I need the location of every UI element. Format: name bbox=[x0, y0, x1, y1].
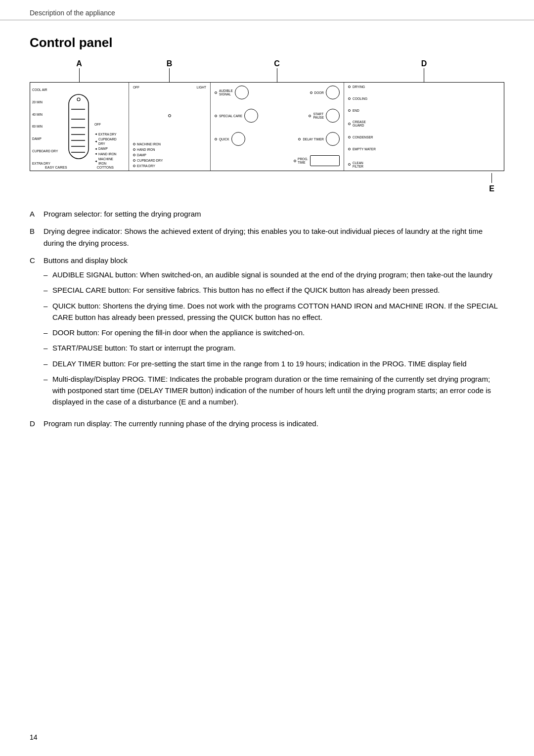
section-d-indicators: DRYING COOLING END CREASEGUARD CONDENSER… bbox=[344, 83, 504, 171]
start-pause-button[interactable] bbox=[326, 109, 340, 123]
c-sub-delay-timer-text: DELAY TIMER button: For pre-setting the … bbox=[52, 358, 467, 369]
page-header: Description of the appliance bbox=[0, 0, 534, 20]
door-button[interactable] bbox=[326, 86, 340, 99]
machine-iron-ind: MACHINE IRON bbox=[133, 142, 206, 146]
prog-time-label: PROG.TIME bbox=[298, 157, 308, 164]
c-sub-start-pause: – START/PAUSE button: To start or interr… bbox=[44, 342, 504, 354]
prog-hand-iron-r: ◄HAND IRON bbox=[94, 152, 127, 156]
col-label-d: D bbox=[421, 59, 427, 68]
desc-item-b: B Drying degree indicator: Shows the ach… bbox=[30, 225, 504, 249]
desc-letter-c: C bbox=[30, 255, 39, 412]
c-sub-list: – AUDIBLE SIGNAL button: When switched-o… bbox=[44, 269, 504, 408]
special-care-led bbox=[215, 115, 217, 117]
section-c-buttons: AUDIBLESIGNAL DOOR SPECIAL bbox=[211, 83, 344, 171]
prog-60min: 60 MIN bbox=[32, 124, 63, 129]
c-sub-audible: – AUDIBLE SIGNAL button: When switched-o… bbox=[44, 269, 504, 280]
condenser-label: CONDENSER bbox=[353, 135, 373, 139]
desc-letter-b: B bbox=[30, 225, 39, 249]
c-sub-special-care: – SPECIAL CARE button: For sensitive fab… bbox=[44, 284, 504, 296]
header-text: Description of the appliance bbox=[30, 9, 115, 17]
c-sub-audible-text: AUDIBLE SIGNAL button: When switched-on,… bbox=[52, 269, 492, 280]
quick-led bbox=[215, 138, 217, 140]
col-label-a: A bbox=[76, 59, 82, 68]
delay-timer-button[interactable] bbox=[326, 132, 340, 146]
extra-dry-ind: EXTRA DRY bbox=[133, 164, 206, 168]
control-panel-box: COOL AIR 20 MIN 40 MIN 60 MIN DAMP CUPBO… bbox=[30, 82, 504, 171]
cottons-label: COTTONS bbox=[97, 166, 114, 169]
damp-ind: DAMP bbox=[133, 153, 206, 157]
start-pause-led bbox=[309, 115, 311, 117]
desc-item-d: D Program run display: The currently run… bbox=[30, 418, 504, 429]
c-sub-special-care-text: SPECIAL CARE button: For sensitive fabri… bbox=[52, 284, 440, 296]
prog-20min: 20 MIN bbox=[32, 100, 63, 104]
dial-svg bbox=[66, 92, 91, 161]
page-number: 14 bbox=[30, 733, 38, 741]
prog-time-led bbox=[294, 160, 296, 162]
c-sub-door-text: DOOR button: For opening the fill-in doo… bbox=[52, 327, 305, 338]
door-label: DOOR bbox=[314, 91, 324, 94]
easy-cares-label: EASY CARES bbox=[45, 166, 67, 169]
prog-damp: DAMP bbox=[32, 136, 63, 141]
desc-item-a: A Program selector: for setting the dryi… bbox=[30, 208, 504, 220]
delay-timer-label: DELAY TIMER bbox=[303, 137, 324, 141]
special-care-label: SPECIAL CARE bbox=[219, 114, 242, 118]
col-label-b: B bbox=[167, 59, 173, 68]
prog-time-display bbox=[310, 155, 340, 166]
empty-water-label: EMPTY WATER bbox=[353, 147, 376, 151]
drying-label: DRYING bbox=[353, 85, 365, 89]
c-sub-multi-display-text: Multi-display/Display PROG. TIME: Indica… bbox=[52, 373, 504, 408]
quick-button[interactable] bbox=[231, 132, 245, 146]
prog-extra-dry: EXTRA DRY bbox=[32, 161, 63, 166]
c-sub-delay-timer: – DELAY TIMER button: For pre-setting th… bbox=[44, 358, 504, 369]
quick-label: QUICK bbox=[219, 137, 229, 141]
svg-rect-0 bbox=[69, 94, 89, 159]
door-led bbox=[310, 91, 312, 94]
prog-cupboard-dry: CUPBOARD DRY bbox=[32, 149, 63, 153]
section-b-drying-indicator: OFF LIGHT MACHINE IRON HAND IRON bbox=[129, 83, 211, 171]
control-panel-diagram: A B C D bbox=[30, 59, 504, 193]
desc-item-c: C Buttons and display block – AUDIBLE SI… bbox=[30, 255, 504, 412]
prog-cupboard-dry-r: ◄CUPBOARDDRY bbox=[94, 137, 127, 146]
light-label: LIGHT bbox=[197, 86, 206, 89]
description-list: A Program selector: for setting the dryi… bbox=[30, 208, 504, 429]
c-sub-door: – DOOR button: For opening the fill-in d… bbox=[44, 327, 504, 338]
delay-timer-led bbox=[298, 138, 301, 140]
c-sub-multi-display: – Multi-display/Display PROG. TIME: Indi… bbox=[44, 373, 504, 408]
audible-signal-button[interactable] bbox=[235, 86, 249, 99]
svg-point-1 bbox=[77, 98, 80, 101]
off-label: OFF bbox=[133, 86, 139, 89]
audible-led bbox=[215, 91, 217, 94]
prog-40min: 40 MIN bbox=[32, 112, 63, 117]
crease-guard-label: CREASEGUARD bbox=[353, 120, 366, 127]
prog-cool-air: COOL AIR bbox=[32, 88, 63, 92]
start-pause-label: STARTPAUSE bbox=[313, 112, 324, 119]
desc-letter-d: D bbox=[30, 418, 39, 429]
c-sub-quick-text: QUICK button: Shortens the drying time. … bbox=[52, 300, 504, 323]
desc-text-b: Drying degree indicator: Shows the achie… bbox=[44, 225, 504, 249]
desc-text-c: Buttons and display block bbox=[44, 256, 128, 265]
clean-filter-label: CLEANFILTER bbox=[353, 161, 363, 168]
prog-off: OFF bbox=[94, 123, 127, 127]
col-label-e: E bbox=[489, 173, 494, 193]
cooling-label: COOLING bbox=[353, 97, 367, 100]
c-sub-start-pause-text: START/PAUSE button: To start or interrup… bbox=[52, 342, 236, 354]
audible-signal-label: AUDIBLESIGNAL bbox=[219, 89, 233, 96]
hand-iron-ind: HAND IRON bbox=[133, 148, 206, 151]
desc-letter-a: A bbox=[30, 208, 39, 220]
col-label-c: C bbox=[274, 59, 280, 68]
section-title: Control panel bbox=[30, 35, 504, 50]
desc-text-a: Program selector: for setting the drying… bbox=[44, 208, 504, 220]
prog-damp-r: ◄DAMP bbox=[94, 147, 127, 151]
cupboard-dry-ind: CUPBOARD DRY bbox=[133, 159, 206, 162]
c-sub-quick: – QUICK button: Shortens the drying time… bbox=[44, 300, 504, 323]
prog-machine-iron-r: ◄MACHINEIRON bbox=[94, 157, 127, 166]
prog-extra-dry-r: ◄EXTRA DRY bbox=[94, 133, 127, 136]
section-a-program-selector: COOL AIR 20 MIN 40 MIN 60 MIN DAMP CUPBO… bbox=[30, 83, 129, 171]
end-label: END bbox=[353, 109, 359, 112]
special-care-button[interactable] bbox=[244, 109, 258, 123]
desc-text-d: Program run display: The currently runni… bbox=[44, 418, 504, 429]
